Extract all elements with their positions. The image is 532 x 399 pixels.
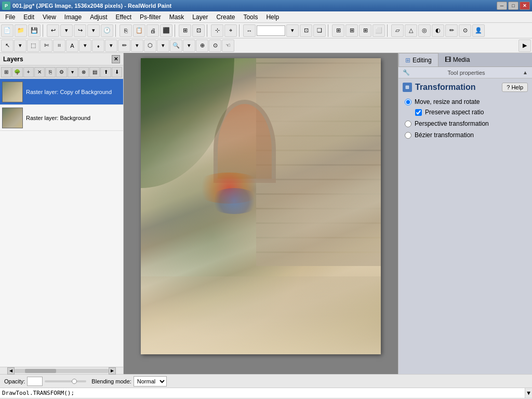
layer-movedown[interactable]: ⬇ <box>112 67 122 77</box>
grid3-button[interactable]: ⊞ <box>359 24 371 37</box>
history-button[interactable]: 🕐 <box>101 24 113 37</box>
open-button[interactable]: 📁 <box>15 24 27 37</box>
layer-add[interactable]: + <box>23 67 34 77</box>
zoom-100-button[interactable]: ❑ <box>313 24 326 37</box>
menu-edit[interactable]: Edit <box>19 11 38 22</box>
tool-select-dropdown[interactable]: ▾ <box>14 39 26 52</box>
radio-move[interactable] <box>405 99 411 105</box>
grid-button[interactable]: ⊞ <box>332 24 344 37</box>
tool-heal[interactable]: ⊙ <box>209 39 221 52</box>
menu-image[interactable]: Image <box>60 11 86 22</box>
resize-button[interactable]: ⊡ <box>192 24 205 37</box>
tab-editing[interactable]: ⊞ Editing <box>398 53 438 66</box>
tool-hand[interactable]: ☜ <box>222 39 234 52</box>
option-perspective[interactable]: Perspective transformation <box>405 120 526 127</box>
layers-panel-close[interactable]: ✕ <box>112 55 120 63</box>
menu-view[interactable]: View <box>38 11 60 22</box>
person-button[interactable]: 👤 <box>472 24 485 37</box>
lasso-button[interactable]: ⌖ <box>224 24 237 37</box>
undo-dropdown[interactable]: ▾ <box>60 24 73 37</box>
option-preserve[interactable]: Preserve aspect ratio <box>415 109 526 116</box>
layer-delete[interactable]: ✕ <box>34 67 45 77</box>
radio-perspective[interactable] <box>405 121 411 127</box>
tool-lasso2[interactable]: ⌗ <box>53 39 65 52</box>
tool-shape-dropdown[interactable]: ▾ <box>157 39 169 52</box>
menu-layer[interactable]: Layer <box>188 11 212 22</box>
zoom-fit-button[interactable]: ⊡ <box>300 24 312 37</box>
tab-media[interactable]: 🎞 Media <box>438 53 476 66</box>
menu-mask[interactable]: Mask <box>165 11 189 22</box>
menu-ps-filter[interactable]: Ps-filter <box>136 11 165 22</box>
tool-fill-dropdown[interactable]: ▾ <box>105 39 117 52</box>
layer-tree-view[interactable]: 🌳 <box>12 67 22 77</box>
select-button[interactable]: ⊹ <box>211 24 223 37</box>
eyedropper-button[interactable]: ⊙ <box>459 24 471 37</box>
brush-button[interactable]: ◎ <box>418 24 431 37</box>
copy-button[interactable]: ⎘ <box>119 24 132 37</box>
opacity-input[interactable]: 71 <box>27 377 43 386</box>
radio-bezier[interactable] <box>405 132 411 139</box>
maximize-button[interactable]: □ <box>508 2 518 10</box>
tool-fill[interactable]: ⬧ <box>92 39 104 52</box>
tool-pen-dropdown[interactable]: ▾ <box>131 39 143 52</box>
grid2-button[interactable]: ⊞ <box>345 24 358 37</box>
layer-grid-view[interactable]: ⊞ <box>1 67 11 77</box>
tool-select[interactable]: ↖ <box>1 39 14 52</box>
paste-button[interactable]: 📋 <box>133 24 145 37</box>
script-scrollbar[interactable]: ▼ <box>525 388 532 398</box>
tools-expand[interactable]: ▶ <box>518 39 531 52</box>
tool-lasso[interactable]: ✄ <box>40 39 52 52</box>
layer-merge[interactable]: ⊗ <box>78 67 89 77</box>
layer-flatten[interactable]: ▤ <box>89 67 100 77</box>
blending-select[interactable]: Normal Multiply Screen Overlay <box>134 376 167 387</box>
layer-settings[interactable]: ⚙ <box>56 67 66 77</box>
scroll-thumb[interactable] <box>25 369 56 373</box>
menu-adjust[interactable]: Adjust <box>86 11 111 22</box>
zoom-dropdown[interactable]: ▾ <box>286 24 299 37</box>
redo-button[interactable]: ↪ <box>74 24 86 37</box>
tool-text-dropdown[interactable]: ▾ <box>79 39 91 52</box>
tool-shape[interactable]: ⬡ <box>144 39 156 52</box>
new-button[interactable]: 📄 <box>1 24 14 37</box>
help-button[interactable]: ? Help <box>502 83 528 92</box>
menu-help[interactable]: Help <box>262 11 283 22</box>
scroll-left[interactable]: ◀ <box>7 367 15 375</box>
opacity-slider[interactable] <box>45 380 86 382</box>
menu-file[interactable]: File <box>1 11 19 22</box>
redo-dropdown[interactable]: ▾ <box>87 24 100 37</box>
tool-text[interactable]: A <box>66 39 78 52</box>
undo-button[interactable]: ↩ <box>47 24 59 37</box>
option-move[interactable]: Move, resize and rotate <box>405 98 526 105</box>
scroll-right[interactable]: ▶ <box>109 367 116 375</box>
option-bezier[interactable]: Bézier transformation <box>405 131 526 139</box>
transform2-button[interactable]: ↔ <box>243 24 256 37</box>
tool-magnify[interactable]: 🔍 <box>170 39 182 52</box>
layer-dropdown[interactable]: ▾ <box>68 67 78 77</box>
save-button[interactable]: 💾 <box>28 24 41 37</box>
canvas-area[interactable] <box>124 53 398 374</box>
layer-item[interactable]: Raster layer: Background <box>0 105 123 131</box>
layer-item[interactable]: Raster layer: Copy of Background <box>0 79 123 105</box>
menu-create[interactable]: Create <box>212 11 239 22</box>
print-button[interactable]: 🖨 <box>147 24 159 37</box>
scan-button[interactable]: ⬛ <box>160 24 172 37</box>
collapse-button[interactable]: ▲ <box>523 70 528 75</box>
tool-pen[interactable]: ✏ <box>118 39 130 52</box>
close-button[interactable]: ✕ <box>520 2 530 10</box>
zoom-input[interactable]: 28.9% <box>257 25 285 36</box>
pen-button[interactable]: ✏ <box>445 24 458 37</box>
shape2-button[interactable]: △ <box>405 24 417 37</box>
menu-tools[interactable]: Tools <box>239 11 262 22</box>
transform-button[interactable]: ⊞ <box>179 24 191 37</box>
layer-duplicate[interactable]: ⎘ <box>45 67 56 77</box>
checkbox-preserve[interactable] <box>415 109 422 116</box>
canvas-button[interactable]: ⬜ <box>373 24 385 37</box>
menu-effect[interactable]: Effect <box>112 11 136 22</box>
minimize-button[interactable]: ─ <box>497 2 507 10</box>
brush2-button[interactable]: ◐ <box>432 24 444 37</box>
shape-button[interactable]: ▱ <box>391 24 404 37</box>
tool-rect-select[interactable]: ⬚ <box>27 39 39 52</box>
layer-moveup[interactable]: ⬆ <box>100 67 111 77</box>
tool-redeye[interactable]: ⊕ <box>196 39 208 52</box>
tool-magnify-dropdown[interactable]: ▾ <box>183 39 195 52</box>
